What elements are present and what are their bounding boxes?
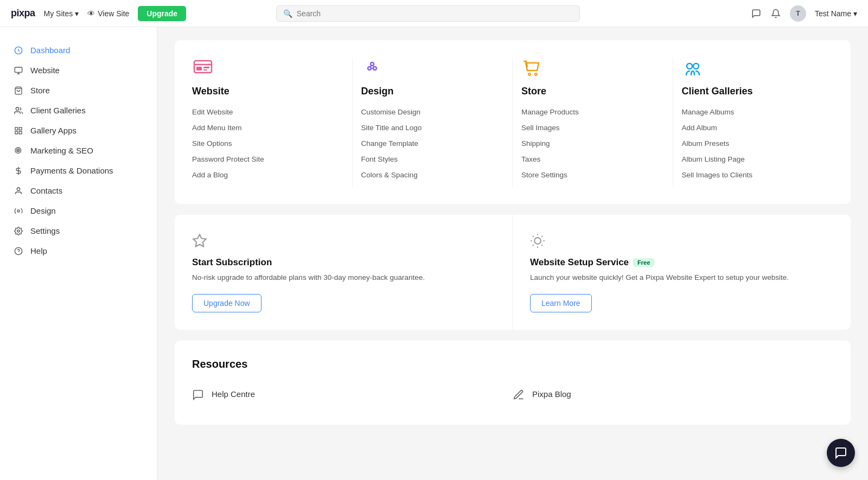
svg-rect-17 — [194, 61, 212, 73]
link-manage-albums[interactable]: Manage Albums — [682, 108, 825, 116]
sidebar-label-store: Store — [30, 86, 50, 95]
promo-grid: Start Subscription No-risk upgrade to af… — [175, 215, 851, 330]
link-edit-website[interactable]: Edit Website — [192, 108, 343, 116]
sidebar-item-client-galleries[interactable]: Client Galleries — [0, 100, 157, 120]
sidebar-item-dashboard[interactable]: Dashboard — [0, 40, 157, 60]
svg-point-24 — [371, 62, 374, 66]
link-shipping[interactable]: Shipping — [521, 139, 664, 148]
sidebar-label-marketing-seo: Marketing & SEO — [30, 146, 93, 155]
link-sell-images[interactable]: Sell Images — [521, 124, 664, 132]
store-col-icon — [521, 57, 664, 79]
sidebar-item-help[interactable]: Help — [0, 241, 157, 261]
sidebar-item-settings[interactable]: Settings — [0, 221, 157, 241]
svg-point-33 — [534, 238, 541, 244]
svg-point-22 — [368, 67, 371, 70]
svg-line-26 — [370, 66, 371, 67]
client-galleries-icon — [13, 106, 24, 115]
help-centre-label: Help Centre — [212, 389, 255, 399]
view-site-link[interactable]: 👁 View Site — [87, 9, 129, 18]
sidebar: Dashboard Website Store Client Galleries… — [0, 27, 157, 480]
svg-point-31 — [693, 63, 699, 69]
help-centre-icon — [192, 388, 204, 401]
link-font-styles[interactable]: Font Styles — [361, 155, 504, 163]
svg-point-23 — [373, 67, 376, 70]
chevron-down-icon: ▾ — [853, 9, 857, 18]
svg-line-40 — [533, 245, 534, 246]
marketing-icon — [13, 146, 24, 155]
notifications-icon[interactable] — [770, 8, 781, 19]
help-icon — [13, 247, 24, 255]
subscription-title: Start Subscription — [192, 257, 495, 268]
link-taxes[interactable]: Taxes — [521, 155, 664, 163]
payments-icon — [13, 167, 24, 175]
topnav: pixpa My Sites ▾ 👁 View Site Upgrade 🔍 T… — [0, 0, 868, 27]
svg-point-13 — [17, 210, 20, 212]
upgrade-button[interactable]: Upgrade — [138, 6, 186, 21]
chat-icon[interactable] — [751, 8, 762, 19]
link-store-settings[interactable]: Store Settings — [521, 171, 664, 179]
svg-point-10 — [18, 150, 18, 150]
free-badge: Free — [633, 258, 654, 267]
username-dropdown[interactable]: Test Name ▾ — [815, 9, 857, 18]
link-customise-design[interactable]: Customise Design — [361, 108, 504, 116]
dashboard-icon — [13, 46, 24, 55]
sidebar-item-gallery-apps[interactable]: Gallery Apps — [0, 120, 157, 140]
sidebar-label-gallery-apps: Gallery Apps — [30, 126, 76, 135]
upgrade-now-button[interactable]: Upgrade Now — [192, 294, 261, 312]
sidebar-item-contacts[interactable]: Contacts — [0, 181, 157, 201]
design-icon — [13, 207, 24, 215]
svg-point-14 — [17, 230, 20, 232]
svg-line-37 — [541, 245, 542, 246]
my-sites-dropdown[interactable]: My Sites ▾ — [44, 9, 79, 18]
link-colors-spacing[interactable]: Colors & Spacing — [361, 171, 504, 179]
setup-service-icon — [530, 232, 833, 248]
sidebar-item-design[interactable]: Design — [0, 201, 157, 221]
link-add-menu-item[interactable]: Add Menu Item — [192, 124, 343, 132]
quick-access-grid: Website Edit Website Add Menu Item Site … — [192, 57, 833, 187]
sidebar-label-settings: Settings — [30, 226, 60, 235]
store-col-title: Store — [521, 86, 664, 97]
sidebar-label-payments-donations: Payments & Donations — [30, 166, 113, 175]
resource-help-centre[interactable]: Help Centre — [192, 381, 513, 407]
link-sell-images-clients[interactable]: Sell Images to Clients — [682, 171, 825, 179]
link-password-protect[interactable]: Password Protect Site — [192, 155, 343, 163]
sidebar-label-dashboard: Dashboard — [30, 46, 70, 55]
eye-icon: 👁 — [87, 9, 95, 18]
chat-button[interactable] — [827, 439, 855, 467]
link-manage-products[interactable]: Manage Products — [521, 108, 664, 116]
search-input[interactable] — [297, 9, 573, 18]
link-change-template[interactable]: Change Template — [361, 139, 504, 148]
link-add-album[interactable]: Add Album — [682, 124, 825, 132]
search-icon: 🔍 — [283, 9, 292, 18]
promo-subscription: Start Subscription No-risk upgrade to af… — [175, 215, 513, 330]
subscription-desc: No-risk upgrade to affordable plans with… — [192, 272, 495, 283]
search-bar[interactable]: 🔍 — [276, 5, 580, 22]
link-album-presets[interactable]: Album Presets — [682, 139, 825, 148]
quick-col-website: Website Edit Website Add Menu Item Site … — [192, 57, 353, 187]
my-sites-label: My Sites — [44, 9, 73, 18]
client-galleries-col-title: Client Galleries — [682, 86, 825, 97]
avatar: T — [790, 5, 806, 22]
settings-icon — [13, 227, 24, 235]
svg-point-30 — [687, 63, 692, 69]
link-add-blog[interactable]: Add a Blog — [192, 171, 343, 179]
link-album-listing-page[interactable]: Album Listing Page — [682, 155, 825, 163]
store-icon — [13, 86, 24, 95]
setup-service-desc: Launch your website quickly! Get a Pixpa… — [530, 272, 833, 283]
resource-pixpa-blog[interactable]: Pixpa Blog — [513, 381, 833, 407]
resources-title: Resources — [192, 358, 833, 370]
learn-more-button[interactable]: Learn More — [530, 294, 592, 312]
sidebar-item-store[interactable]: Store — [0, 80, 157, 100]
sidebar-item-website[interactable]: Website — [0, 60, 157, 80]
quick-col-client-galleries: Client Galleries Manage Albums Add Album… — [673, 57, 834, 187]
sidebar-item-payments-donations[interactable]: Payments & Donations — [0, 161, 157, 181]
sidebar-item-marketing-seo[interactable]: Marketing & SEO — [0, 140, 157, 161]
link-site-options[interactable]: Site Options — [192, 139, 343, 148]
promo-card-container: Start Subscription No-risk upgrade to af… — [175, 215, 851, 330]
setup-service-title: Website Setup Service Free — [530, 257, 833, 268]
contacts-icon — [13, 187, 24, 195]
svg-line-36 — [533, 236, 534, 237]
svg-rect-6 — [19, 131, 22, 134]
logo: pixpa — [11, 8, 35, 19]
link-site-title-logo[interactable]: Site Title and Logo — [361, 124, 504, 132]
